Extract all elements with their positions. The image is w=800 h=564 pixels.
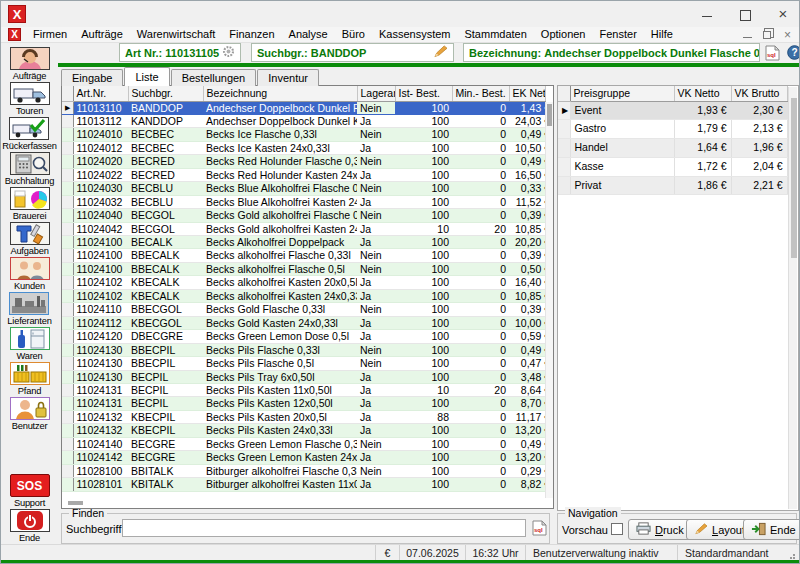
price-row[interactable]: ▶Event1,93 €2,30 € <box>558 101 787 120</box>
price-row[interactable]: Gastro1,79 €2,13 € <box>558 120 787 139</box>
price-row[interactable]: Privat1,86 €2,21 € <box>558 176 787 195</box>
column-header[interactable]: Bezeichnung <box>203 86 357 101</box>
mdi-minimize-button[interactable] <box>743 37 752 38</box>
menu-bar: X FirmenAufträgeWarenwirtschaftFinanzenA… <box>1 27 799 43</box>
sql-icon[interactable]: sql <box>763 44 781 61</box>
column-header[interactable]: VK Brutto <box>731 86 787 101</box>
description-field[interactable]: Bezeichnung: Andechser Doppelbock Dunkel… <box>463 43 760 62</box>
sidebar-item-waren[interactable]: Waren <box>10 327 50 361</box>
search-abbrev-field[interactable]: Suchbgr.: BANDDOP <box>251 43 454 62</box>
sidebar-item-aufgaben[interactable]: Aufgaben <box>10 222 50 256</box>
tab[interactable]: Inventur <box>257 69 319 86</box>
article-number-field[interactable]: Art Nr.: 110131105 <box>119 43 241 62</box>
price-row[interactable]: Kasse1,72 €2,04 € <box>558 157 787 176</box>
article-row[interactable]: 11024130BBECPILBecks Pils Flasche 0,5lNe… <box>62 357 545 370</box>
article-row[interactable]: 11024130BECPILBecks Pils Tray 6x0,50lJa1… <box>62 370 545 383</box>
sidebar-item-touren[interactable]: Touren <box>10 82 50 116</box>
article-row[interactable]: 11024040BECGOLBecks Gold alkoholfrei Fla… <box>62 209 545 222</box>
column-header[interactable]: VK Netto <box>674 86 731 101</box>
preview-checkbox[interactable] <box>611 523 623 535</box>
menu-item[interactable]: Hilfe <box>644 27 680 42</box>
menu-item[interactable]: Finanzen <box>222 27 281 42</box>
column-header[interactable]: Lagerartik <box>357 86 395 101</box>
article-row[interactable]: 11024020BECREDBecks Red Holunder Flasche… <box>62 155 545 168</box>
article-row[interactable]: 11024112KBECGOLBecks Gold Kasten 24x0,33… <box>62 316 545 329</box>
article-row[interactable]: ▶11013110BANDDOPAndechser Doppelbock Dun… <box>62 101 545 114</box>
menu-item[interactable]: Kassensystem <box>372 27 458 42</box>
help-icon[interactable]: ? <box>785 44 800 61</box>
tab[interactable]: Eingabe <box>61 69 123 86</box>
article-row[interactable]: 11024102KBECALKBecks alkoholfrei Kasten … <box>62 276 545 289</box>
sidebar-item-lieferanten[interactable]: Lieferanten <box>7 292 51 326</box>
article-row[interactable]: 11024012BECBECBecks Ice Kasten 24x0,33lJ… <box>62 141 545 154</box>
column-header[interactable]: EK Netto <box>509 86 545 101</box>
menu-item[interactable]: Stammdaten <box>457 27 533 42</box>
sidebar-item-ende[interactable]: Ende <box>10 509 50 543</box>
menu-item[interactable]: Büro <box>335 27 372 42</box>
article-row[interactable]: 11013112KANDDOPAndechser Doppelbock Dunk… <box>62 114 545 127</box>
article-row[interactable]: 11024100BECALKBecks Alkoholfrei Doppelpa… <box>62 236 545 249</box>
article-row[interactable]: 11024120DBECGREBecks Green Lemon Dose 0,… <box>62 330 545 343</box>
article-row[interactable]: 11024102KBECALKBecks alkoholfrei Kasten … <box>62 289 545 302</box>
sidebar-item-pfand[interactable]: Pfand <box>10 362 50 396</box>
svg-text:?: ? <box>791 47 797 58</box>
close-button[interactable]: × <box>777 8 789 20</box>
sidebar-item-kunden[interactable]: Kunden <box>10 257 50 291</box>
sidebar-item-brauerei[interactable]: Brauerei <box>10 187 50 221</box>
menu-item[interactable]: Firmen <box>26 27 74 42</box>
menu-item[interactable]: Optionen <box>534 27 593 42</box>
grid-vertical-scrollbar-thumb[interactable] <box>547 104 552 126</box>
article-row[interactable]: 11028100BBITALKBitburger alkoholfrei Fla… <box>62 464 545 477</box>
mdi-restore-button[interactable] <box>763 31 771 39</box>
menu-items: FirmenAufträgeWarenwirtschaftFinanzenAna… <box>26 27 680 42</box>
article-row[interactable]: 11024022BECREDBecks Red Holunder Kasten … <box>62 168 545 181</box>
article-row[interactable]: 11024131BECPILBecks Pils Kasten 11x0,50l… <box>62 384 545 397</box>
sidebar-item-auftraege[interactable]: Aufträge <box>10 47 50 81</box>
print-button[interactable]: Druck <box>628 519 692 540</box>
exit-button[interactable]: Ende <box>743 519 800 540</box>
article-row[interactable]: 11024100BBECALKBecks alkoholfrei Flasche… <box>62 249 545 262</box>
column-header[interactable]: Art.Nr. <box>73 86 128 101</box>
mdi-close-button[interactable]: × <box>784 29 791 41</box>
article-row[interactable]: 11028101KBITALKBitburger alkoholfrei Kas… <box>62 478 545 491</box>
sidebar-item-support[interactable]: SOS Support <box>10 474 50 508</box>
find-group: Finden Suchbegriff sql <box>61 513 550 544</box>
article-row[interactable]: 11024131BECPILBecks Pils Kasten 12x0,50l… <box>62 397 545 410</box>
column-header[interactable]: Ist- Best. <box>395 86 452 101</box>
tab[interactable]: Bestellungen <box>171 69 257 86</box>
menu-item[interactable]: Fenster <box>593 27 644 42</box>
maximize-button[interactable] <box>739 8 751 20</box>
sidebar-item-buchhaltung[interactable]: Buchhaltung <box>5 152 55 186</box>
price-vertical-scrollbar-thumb[interactable] <box>791 98 797 258</box>
article-row[interactable]: 11024032BECBLUBecks Blue Alkoholfrei Kas… <box>62 195 545 208</box>
minimize-button[interactable] <box>701 8 713 20</box>
search-term-input[interactable] <box>122 519 526 537</box>
price-row[interactable]: Handel1,64 €1,96 € <box>558 139 787 158</box>
article-row[interactable]: 11024130BBECPILBecks Pils Flasche 0,33lN… <box>62 343 545 356</box>
gear-icon[interactable] <box>222 45 235 60</box>
grid-vertical-scrollbar[interactable] <box>545 102 553 498</box>
menu-item[interactable]: Aufträge <box>74 27 130 42</box>
sidebar-item-rueckerfassen[interactable]: Rückerfassen <box>2 117 56 151</box>
grid-horizontal-scrollbar-thumb[interactable] <box>68 501 83 505</box>
pencil-icon[interactable] <box>433 45 448 60</box>
article-row[interactable]: 11024140BECGREBecks Green Lemon Flasche … <box>62 437 545 450</box>
sos-icon: SOS <box>10 474 50 497</box>
sql-icon[interactable]: sql <box>530 519 548 537</box>
menu-item[interactable]: Analyse <box>282 27 335 42</box>
menu-item[interactable]: Warenwirtschaft <box>130 27 222 42</box>
article-row[interactable]: 11024132KBECPILBecks Pils Kasten 24x0,33… <box>62 424 545 437</box>
column-header[interactable]: Suchbgr. <box>128 86 203 101</box>
article-row[interactable]: 11024132KBECPILBecks Pils Kasten 20x0,5l… <box>62 410 545 423</box>
tab[interactable]: Liste <box>124 67 169 86</box>
article-row[interactable]: 11024110BBECGOLBecks Gold Flasche 0,33lN… <box>62 303 545 316</box>
column-header[interactable]: Preisgruppe <box>570 86 674 101</box>
article-row[interactable]: 11024142BECGREBecks Green Lemon Kasten 2… <box>62 451 545 464</box>
column-header[interactable]: Min.- Best. <box>452 86 509 101</box>
sidebar-item-benutzer[interactable]: Benutzer <box>10 397 50 431</box>
article-row[interactable]: 11024010BECBECBecks Ice Flasche 0,33lNei… <box>62 128 545 141</box>
article-row[interactable]: 11024042BECGOLBecks Gold alkoholfrei Kas… <box>62 222 545 235</box>
resize-grip[interactable] <box>789 552 797 560</box>
article-row[interactable]: 11024100BBECALKBecks alkoholfrei Flasche… <box>62 262 545 275</box>
article-row[interactable]: 11024030BECBLUBecks Blue Alkoholfrei Fla… <box>62 182 545 195</box>
